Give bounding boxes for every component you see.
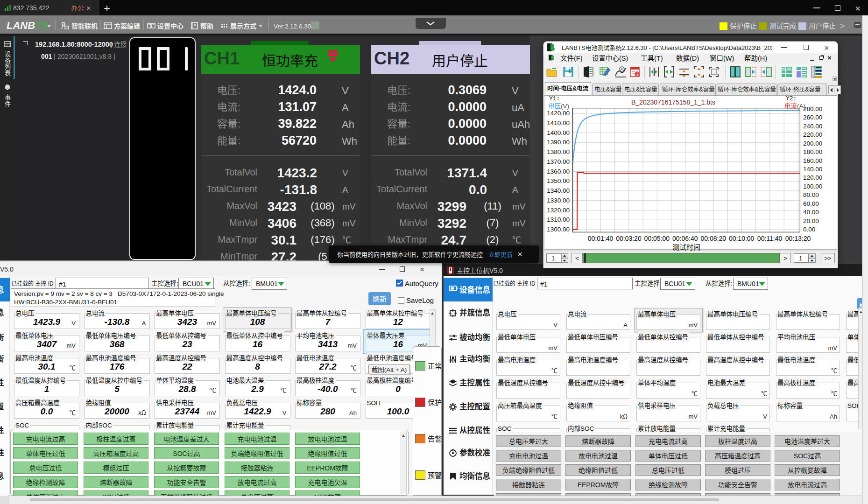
svg-text:i: i (637, 71, 638, 77)
